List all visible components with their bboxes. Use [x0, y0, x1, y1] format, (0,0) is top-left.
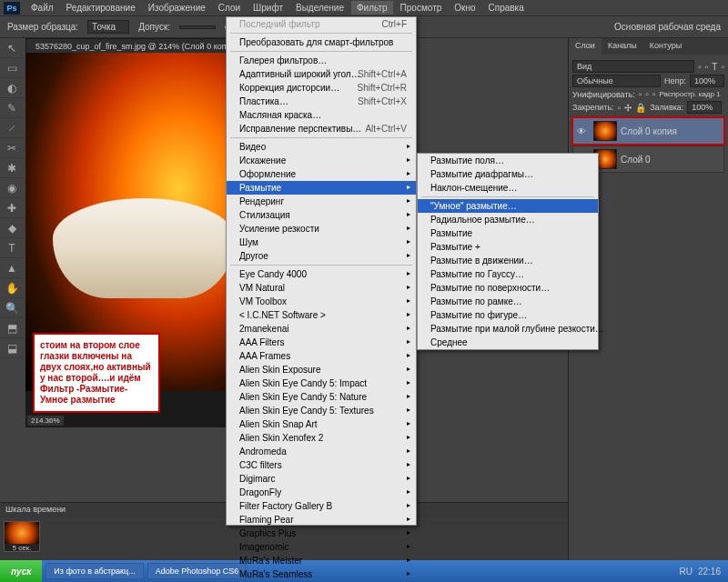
start-button[interactable]: пуск [0, 560, 42, 582]
layer-row[interactable]: 👁Слой 0 копия [572, 117, 724, 145]
menu-Окно[interactable]: Окно [449, 1, 480, 15]
tool-button[interactable]: ▲ [0, 258, 24, 278]
menu-item[interactable]: Alien Skin Xenofex 2 [227, 431, 416, 445]
lock-icon[interactable]: ▫ [618, 103, 622, 113]
menu-item[interactable]: Andromeda [227, 445, 416, 458]
menu-item[interactable]: Размытие диафрагмы… [418, 167, 598, 181]
menu-Фильтр[interactable]: Фильтр [351, 1, 393, 15]
tool-button[interactable]: ⬓ [0, 338, 24, 358]
menu-item[interactable]: Масляная краска… [227, 108, 416, 122]
menu-item[interactable]: Размытие [418, 226, 598, 240]
tool-button[interactable]: ▭ [0, 58, 24, 78]
menu-item[interactable]: AAA Filters [227, 336, 416, 349]
menu-item[interactable]: DragonFly [227, 486, 416, 499]
tool-button[interactable]: ⬒ [0, 318, 24, 338]
menu-item[interactable]: Оформление [227, 167, 416, 181]
menu-item[interactable]: Радиальное размытие… [418, 213, 598, 226]
tool-button[interactable]: ◉ [0, 178, 24, 198]
menu-item[interactable]: Размытие по фигуре… [418, 308, 598, 322]
menu-item[interactable]: Стилизация [227, 208, 416, 222]
menu-item[interactable]: Размытие поля… [418, 154, 598, 167]
menu-item[interactable]: Другое [227, 249, 416, 263]
menu-Справка[interactable]: Справка [483, 1, 530, 15]
menu-item[interactable]: Шум [227, 236, 416, 249]
menu-item[interactable]: "Умное" размытие… [418, 199, 598, 213]
workspace-label[interactable]: Основная рабочая среда [614, 22, 721, 32]
menu-Просмотр[interactable]: Просмотр [395, 1, 448, 15]
menu-item[interactable]: Галерея фильтров… [227, 54, 416, 67]
menu-item[interactable]: Наклон-смещение… [418, 181, 598, 195]
tool-button[interactable]: ✂ [0, 138, 24, 158]
filter-icon[interactable]: ▫ [698, 62, 702, 72]
menu-item[interactable]: < I.C.NET Software > [227, 308, 416, 322]
tool-button[interactable]: ✎ [0, 98, 24, 118]
unify-icon[interactable]: ▫ [645, 89, 649, 99]
menu-item[interactable]: MuRa's Meister [227, 554, 416, 567]
menu-Файл[interactable]: Файл [25, 1, 59, 15]
tool-button[interactable]: ✱ [0, 158, 24, 178]
menu-Выделение[interactable]: Выделение [290, 1, 349, 15]
panel-tab[interactable]: Контуры [643, 38, 688, 55]
unify-icon[interactable]: ▫ [652, 89, 656, 99]
menu-item[interactable]: Alien Skin Snap Art [227, 417, 416, 431]
menu-item[interactable]: AAA Frames [227, 349, 416, 363]
timeline-frame[interactable]: 5 сек. [4, 521, 40, 552]
menu-item[interactable]: Filter Factory Gallery B [227, 499, 416, 513]
menu-item[interactable]: Размытие в движении… [418, 254, 598, 267]
menu-item[interactable]: Digimarc [227, 472, 416, 486]
menu-item[interactable]: Alien Skin Eye Candy 5: Impact [227, 376, 416, 390]
tolerance-input[interactable] [179, 25, 216, 29]
blend-mode-select[interactable]: Обычные [572, 75, 661, 87]
fill-input[interactable]: 100% [687, 101, 722, 114]
menu-item[interactable]: Alien Skin Eye Candy 5: Textures [227, 404, 416, 417]
menu-item[interactable]: 2manekenai [227, 322, 416, 336]
menu-item[interactable]: Исправление перспективы…Alt+Ctrl+V [227, 122, 416, 135]
menu-item[interactable]: Пластика…Shift+Ctrl+X [227, 95, 416, 108]
menu-item[interactable]: VM Toolbox [227, 295, 416, 308]
menu-item[interactable]: Eye Candy 4000 [227, 267, 416, 281]
menu-item[interactable]: Alien Skin Exposure [227, 363, 416, 376]
sample-size-select[interactable]: Точка [87, 20, 129, 34]
menu-item[interactable]: Graphics Plus [227, 527, 416, 540]
menu-item[interactable]: Искажение [227, 154, 416, 167]
menu-Шрифт[interactable]: Шрифт [248, 1, 288, 15]
menu-Слои[interactable]: Слои [213, 1, 246, 15]
menu-Изображение[interactable]: Изображение [143, 1, 211, 15]
filter-icon[interactable]: ▫ [721, 62, 724, 72]
menu-item[interactable]: MuRa's Seamless [227, 567, 416, 581]
menu-item[interactable]: Alien Skin Eye Candy 5: Nature [227, 390, 416, 404]
layer-filter-select[interactable]: Вид [572, 60, 694, 73]
menu-item[interactable]: Адаптивный широкий угол…Shift+Ctrl+A [227, 67, 416, 81]
tray-lang[interactable]: RU [680, 567, 693, 577]
panel-tab[interactable]: Слои [569, 38, 602, 55]
tool-button[interactable]: ◐ [0, 78, 24, 98]
tool-button[interactable]: ✋ [0, 278, 24, 298]
menu-item[interactable]: Imagenomic [227, 540, 416, 554]
menu-Редактирование[interactable]: Редактирование [61, 1, 141, 15]
opacity-input[interactable]: 100% [690, 75, 724, 87]
menu-item[interactable]: Видео [227, 140, 416, 154]
propagate-checkbox[interactable]: Распростр. кадр 1 [659, 90, 720, 98]
tool-button[interactable]: ✚ [0, 198, 24, 218]
menu-item[interactable]: Усиление резкости [227, 222, 416, 236]
menu-item[interactable]: Рендеринг [227, 195, 416, 208]
taskbar-item[interactable]: Из фото в абстракц... [46, 563, 143, 579]
menu-item[interactable]: Преобразовать для смарт-фильтров [227, 35, 416, 49]
lock-icon[interactable]: 🔒 [635, 103, 646, 113]
tool-button[interactable]: ◆ [0, 218, 24, 238]
menu-item[interactable]: Размытие по поверхности… [418, 281, 598, 295]
tool-button[interactable]: ↖ [0, 38, 24, 58]
menu-item[interactable]: C3C filters [227, 458, 416, 472]
tool-button[interactable]: ⟋ [0, 118, 24, 138]
lock-icon[interactable]: ✢ [624, 103, 632, 113]
menu-item[interactable]: Размытие по Гауссу… [418, 267, 598, 281]
filter-icon[interactable]: T [712, 62, 717, 72]
frame-duration[interactable]: 5 сек. [5, 544, 39, 552]
unify-icon[interactable]: ▫ [639, 89, 642, 99]
menu-item[interactable]: Размытие по рамке… [418, 295, 598, 308]
menu-item[interactable]: Размытие [227, 181, 416, 195]
menu-item[interactable]: Flaming Pear [227, 513, 416, 527]
tool-button[interactable]: T [0, 238, 24, 258]
zoom-readout[interactable]: 214.36% [27, 416, 64, 426]
menu-item[interactable]: Размытие + [418, 240, 598, 254]
